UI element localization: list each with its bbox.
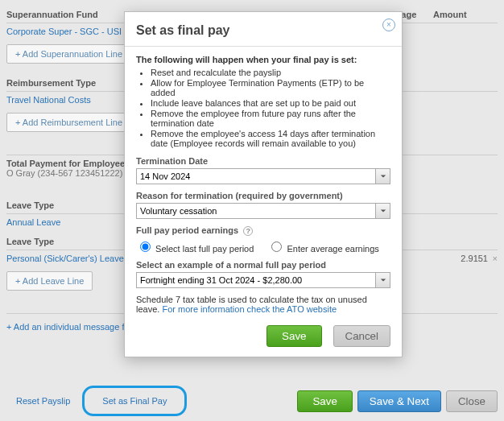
save-button[interactable]: Save [297, 390, 352, 412]
reason-label: Reason for termination (required by gove… [136, 191, 390, 200]
add-leave-line-button[interactable]: + Add Leave Line [6, 271, 93, 291]
chevron-down-icon[interactable] [375, 204, 390, 218]
modal-bullet-list: Reset and recalculate the payslip Allow … [151, 68, 390, 148]
earnings-label-text: Full pay period earnings [136, 225, 238, 235]
radio-avg-label: Enter average earnings [287, 244, 378, 254]
modal-note: Schedule 7 tax table is used to calculat… [136, 295, 390, 314]
final-pay-modal: × Set as final pay The following will ha… [124, 11, 403, 357]
radio-last-full-pay-input[interactable] [140, 241, 151, 252]
save-next-button[interactable]: Save & Next [357, 390, 441, 412]
termination-date-label: Termination Date [136, 156, 390, 166]
add-reimb-line-button[interactable]: + Add Reimbursement Line [6, 113, 131, 132]
earnings-label: Full pay period earnings ? [136, 225, 390, 236]
modal-bullet: Reset and recalculate the payslip [151, 68, 390, 77]
add-super-line-button[interactable]: + Add Superannuation Line [6, 44, 131, 64]
modal-save-button[interactable]: Save [266, 325, 321, 347]
termination-date-combo[interactable] [136, 168, 390, 184]
radio-last-full-pay[interactable]: Select last full pay period [136, 244, 256, 254]
example-input[interactable] [137, 274, 375, 287]
set-as-final-pay-button[interactable]: Set as Final Pay [93, 391, 176, 411]
termination-date-input[interactable] [137, 170, 375, 183]
radio-avg-earnings-input[interactable] [271, 241, 282, 252]
super-header-amount: Amount [433, 10, 498, 19]
example-combo[interactable] [136, 272, 390, 288]
chevron-down-icon[interactable] [375, 169, 390, 184]
modal-bullet: Remove the employee's access 14 days aft… [151, 129, 390, 148]
remove-leave-line-icon[interactable]: × [488, 254, 498, 263]
footer-bar: Reset Payslip Set as Final Pay Save Save… [6, 386, 498, 416]
modal-bullet: Allow for Employee Termination Payments … [151, 78, 390, 97]
modal-title: Set as final pay [125, 12, 402, 47]
leave2-amount: 2.9151 [456, 254, 488, 263]
reason-combo[interactable] [136, 203, 390, 219]
reason-input[interactable] [137, 204, 375, 217]
modal-bullet: Include leave balances that are set up t… [151, 98, 390, 108]
radio-last-label: Select last full pay period [155, 244, 254, 254]
chevron-down-icon[interactable] [375, 273, 390, 287]
help-icon[interactable]: ? [243, 226, 253, 236]
close-button[interactable]: Close [446, 390, 498, 412]
reset-payslip-button[interactable]: Reset Payslip [6, 391, 80, 411]
modal-close-icon[interactable]: × [382, 19, 395, 31]
modal-cancel-button[interactable]: Cancel [333, 325, 391, 347]
ato-link[interactable]: For more information check the ATO websi… [162, 304, 337, 314]
set-as-final-pay-highlight: Set as Final Pay [82, 386, 187, 416]
modal-lead: The following will happen when your fina… [136, 55, 390, 64]
example-label: Select an example of a normal full pay p… [136, 260, 390, 270]
radio-avg-earnings[interactable]: Enter average earnings [267, 244, 378, 254]
modal-bullet: Remove the employee from future pay runs… [151, 109, 390, 128]
